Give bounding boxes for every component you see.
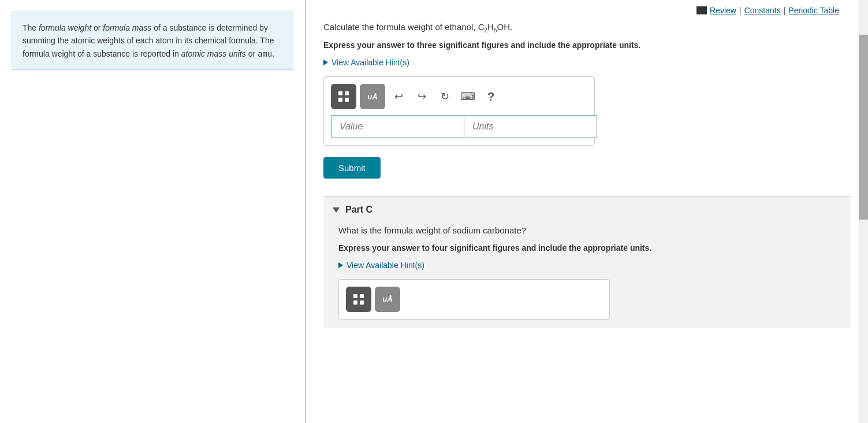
redo-button[interactable]: ↪ [412,87,431,106]
hint-link[interactable]: View Available Hint(s) [323,58,851,67]
svg-rect-5 [360,294,364,298]
question-suffix: . [510,22,512,32]
part-c-matrix-button[interactable] [346,287,371,312]
reset-icon: ↻ [441,90,449,103]
matrix-icon [337,90,351,103]
help-icon: ? [487,90,494,103]
part-c-matrix-icon [352,292,366,306]
constants-link[interactable]: Constants [744,6,781,15]
part-c-toolbar: uÅ [346,287,602,312]
svg-rect-2 [338,98,342,102]
part-c-content: What is the formula weight of sodium car… [333,215,841,320]
svg-rect-0 [338,91,342,95]
svg-rect-3 [345,98,349,102]
scrollbar-track [859,0,868,423]
part-c-section: Part C What is the formula weight of sod… [323,196,851,328]
part-c-answer-box: uÅ [338,279,610,320]
formula-weight-term: formula weight [39,23,91,32]
part-c-ua-label: uÅ [382,295,392,303]
question-text: Calculate the formula weight of ethanol,… [323,21,851,35]
svg-rect-1 [345,91,349,95]
hint-label: View Available Hint(s) [331,58,409,67]
formula-mass-term: formula mass [103,23,151,32]
part-c-label: Part C [345,205,372,215]
hint-arrow-icon [323,60,328,65]
review-icon [696,6,707,14]
separator-2: | [784,6,786,15]
svg-rect-7 [360,300,364,305]
part-c-arrow-icon [333,207,340,213]
submit-button[interactable]: Submit [323,157,381,179]
svg-rect-6 [353,300,357,305]
review-link[interactable]: Review [710,6,736,15]
units-input[interactable] [464,115,597,138]
keyboard-icon: ⌨ [460,90,475,103]
scrollbar-thumb[interactable] [859,35,868,220]
svg-rect-4 [353,294,357,298]
part-c-question: What is the formula weight of sodium car… [338,224,836,238]
part-c-hint-arrow-icon [338,262,343,268]
ethanol-formula: C2H5OH [478,22,510,32]
amu-term: amu [258,49,272,58]
answer-box: uÅ ↩ ↪ ↻ ⌨ ? [323,76,595,146]
keyboard-button[interactable]: ⌨ [458,87,478,106]
part-c-hint-label: View Available Hint(s) [347,261,424,270]
redo-icon: ↪ [418,90,426,103]
help-button[interactable]: ? [481,87,501,106]
left-panel: The formula weight or formula mass of a … [0,0,306,423]
part-c-header[interactable]: Part C [333,205,841,215]
ua-button[interactable]: uÅ [360,84,385,109]
input-row [331,115,587,138]
toolbar: uÅ ↩ ↪ ↻ ⌨ ? [331,84,587,109]
undo-icon: ↩ [394,90,403,103]
instruction-bold: Express your answer to three significant… [323,40,851,50]
part-c-instruction: Express your answer to four significant … [338,243,836,253]
matrix-button[interactable] [331,84,356,109]
separator-1: | [739,6,742,15]
value-input[interactable] [331,115,464,138]
undo-button[interactable]: ↩ [389,87,408,106]
atomic-mass-units-term: atomic mass units [181,49,246,58]
part-c-hint-link[interactable]: View Available Hint(s) [338,261,836,270]
periodic-table-link[interactable]: Periodic Table [788,6,839,15]
top-bar: Review | Constants | Periodic Table [323,0,851,21]
info-box: The formula weight or formula mass of a … [12,12,293,70]
right-panel: Review | Constants | Periodic Table Calc… [306,0,868,423]
ua-label: uÅ [367,92,377,101]
part-c-ua-button[interactable]: uÅ [375,287,400,312]
reset-button[interactable]: ↻ [435,87,455,106]
question-prefix: Calculate the formula weight of ethanol, [323,22,478,32]
